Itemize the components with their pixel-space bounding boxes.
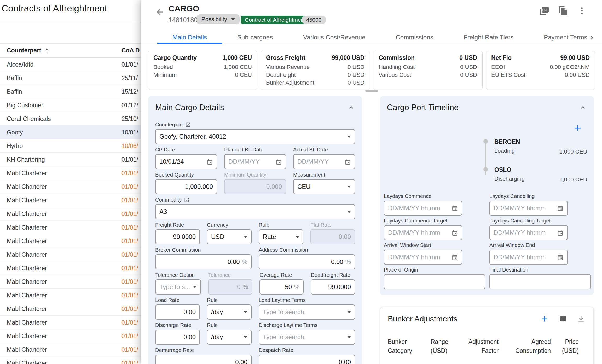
back-button[interactable] xyxy=(155,7,165,17)
timeline-stop[interactable]: BERGEN Loading 1,000 CEU xyxy=(483,138,587,154)
commodity-select[interactable]: A3 xyxy=(155,204,355,219)
cp-date-input[interactable] xyxy=(159,158,204,165)
export-pdf-button[interactable]: PDF xyxy=(539,5,550,16)
calendar-icon[interactable] xyxy=(275,158,282,165)
measurement-select[interactable]: CEU xyxy=(293,179,355,194)
table-row[interactable]: Mabl Charterer 01/01/ xyxy=(0,166,141,180)
calendar-icon[interactable] xyxy=(452,254,458,261)
table-row[interactable]: Coral Chemicals 25/10/ xyxy=(0,112,141,126)
planned-bl-date-input[interactable] xyxy=(228,158,273,165)
table-row[interactable]: Mabl Charterer 01/01/ xyxy=(0,289,141,302)
actual-bl-date-input[interactable] xyxy=(297,158,342,165)
discharge-rate-input[interactable] xyxy=(159,333,196,341)
column-bunker-category[interactable]: BunkerCategory xyxy=(388,337,431,355)
columns-icon xyxy=(558,314,567,323)
table-row[interactable]: Big Customer 01/12/ xyxy=(0,98,141,112)
broker-commission-input[interactable] xyxy=(159,258,240,266)
calendar-icon[interactable] xyxy=(557,254,564,261)
freight-rate-field: Freight Rate xyxy=(155,222,200,244)
place-of-origin-input[interactable] xyxy=(388,278,481,285)
discharge-rule-select[interactable]: /day xyxy=(207,330,252,345)
table-row[interactable]: Mabl Charterer 01/01/ xyxy=(0,356,141,364)
demurrage-rate-input[interactable] xyxy=(159,359,247,364)
table-row[interactable]: Goofy 10/01/ xyxy=(0,126,141,139)
discharge-laytime-terms-select[interactable]: Type to search. xyxy=(259,330,355,345)
table-row[interactable]: Mabl Charterer 01/01/ xyxy=(0,180,141,193)
freight-rate-input[interactable] xyxy=(159,233,196,240)
table-row[interactable]: Mabl Charterer 01/01/ xyxy=(0,207,141,221)
table-row[interactable]: Mabl Charterer 01/01/ xyxy=(0,234,141,248)
calendar-icon[interactable] xyxy=(344,158,351,165)
add-port-button[interactable] xyxy=(573,123,583,133)
table-row[interactable]: Mabl Charterer 01/01/ xyxy=(0,193,141,207)
card-title: Commission xyxy=(379,54,415,61)
column-agreed-consumption[interactable]: AgreedConsumption xyxy=(499,337,551,355)
load-laytime-terms-select[interactable]: Type to search. xyxy=(259,304,355,320)
tabs-overflow-button[interactable] xyxy=(588,33,596,42)
table-row[interactable]: Mabl Charterer 01/01/ xyxy=(0,343,141,356)
more-options-button[interactable] xyxy=(576,5,587,16)
table-row[interactable]: Baffin 15/12/ xyxy=(0,85,141,98)
calendar-icon[interactable] xyxy=(557,230,564,236)
deadfreight-rate-input[interactable] xyxy=(315,283,351,291)
table-row[interactable]: KH Chartering 01/01/ xyxy=(0,153,141,166)
collapse-section-button[interactable] xyxy=(347,103,356,112)
row-coa-date: 01/01/ xyxy=(121,224,138,231)
status-dropdown[interactable]: Possibility xyxy=(197,14,240,24)
currency-select[interactable]: USD xyxy=(207,229,252,244)
download-button[interactable] xyxy=(576,314,586,324)
overage-rate-input[interactable] xyxy=(264,283,292,291)
calendar-icon[interactable] xyxy=(557,205,564,212)
external-link-icon[interactable] xyxy=(185,122,191,127)
timeline-stop[interactable]: OSLO Discharging 1,000 CEU xyxy=(483,166,587,182)
rule-select[interactable]: Rate xyxy=(259,229,303,244)
laydays-cancelling-target-input[interactable] xyxy=(494,229,554,236)
table-row[interactable]: Alcoa/fdfd- 01/01/ xyxy=(0,58,141,71)
counterpart-select[interactable]: Goofy, Charterer, 40012 xyxy=(155,129,355,144)
row-counterpart: KH Chartering xyxy=(7,156,45,163)
column-price-usd[interactable]: Price(USD) xyxy=(551,337,579,355)
load-rate-input[interactable] xyxy=(159,308,196,316)
counterpart-field: Counterpart Goofy, Charterer, 40012 xyxy=(155,122,355,144)
column-settings-button[interactable] xyxy=(558,314,568,324)
column-adjustment-factor[interactable]: AdjustmentFactor xyxy=(462,337,499,355)
calendar-icon[interactable] xyxy=(452,205,458,212)
card-row: Deadfreight0 USD xyxy=(266,71,364,79)
arrival-window-end-input[interactable] xyxy=(494,254,554,261)
address-commission-input[interactable] xyxy=(263,258,343,266)
tab[interactable]: Commissions xyxy=(380,31,448,44)
column-range-usd[interactable]: Range(USD) xyxy=(431,337,462,355)
resize-handle[interactable] xyxy=(365,90,378,92)
calendar-icon[interactable] xyxy=(452,230,458,236)
tab[interactable]: Freight Rate Tiers xyxy=(449,31,529,44)
table-row[interactable]: Baffin 25/11/ xyxy=(0,71,141,85)
despatch-rate-input[interactable] xyxy=(263,359,351,364)
table-row[interactable]: Mabl Charterer 01/01/ xyxy=(0,275,141,289)
arrival-window-start-input[interactable] xyxy=(388,254,449,261)
tolerance-option-select[interactable]: Type to s... xyxy=(155,279,201,295)
booked-quantity-input[interactable] xyxy=(159,183,213,190)
tab[interactable]: Main Details xyxy=(157,31,222,44)
collapse-section-button[interactable] xyxy=(578,103,587,112)
add-bunker-adjustment-button[interactable] xyxy=(540,314,549,324)
final-destination-input[interactable] xyxy=(494,278,587,285)
calendar-icon[interactable] xyxy=(206,158,213,165)
table-row[interactable]: Mabl Charterer 01/01/ xyxy=(0,329,141,343)
column-header-coa-date[interactable]: CoA D xyxy=(121,47,140,54)
table-row[interactable]: Mabl Charterer 01/01/ xyxy=(0,316,141,329)
table-row[interactable]: Hydro 10/06/ xyxy=(0,139,141,153)
table-row[interactable]: Mabl Charterer 01/01/ xyxy=(0,261,141,275)
tab[interactable]: Various Cost/Revenue xyxy=(288,31,380,44)
copy-document-button[interactable] xyxy=(558,5,569,16)
laydays-commence-target-input[interactable] xyxy=(388,229,449,236)
laydays-cancelling-input[interactable] xyxy=(494,204,554,212)
external-link-icon[interactable] xyxy=(184,197,189,203)
laydays-commence-input[interactable] xyxy=(388,204,449,212)
table-row[interactable]: Mabl Charterer 01/01/ xyxy=(0,248,141,261)
load-rule-select[interactable]: /day xyxy=(207,304,252,320)
column-header-counterpart[interactable]: Counterpart xyxy=(7,47,50,54)
row-coa-date: 01/01/ xyxy=(121,170,138,177)
tab[interactable]: Sub-cargoes xyxy=(222,31,288,44)
table-row[interactable]: Mabl Charterer 01/01/ xyxy=(0,221,141,234)
table-row[interactable]: Mabl Charterer 01/01/ xyxy=(0,302,141,316)
